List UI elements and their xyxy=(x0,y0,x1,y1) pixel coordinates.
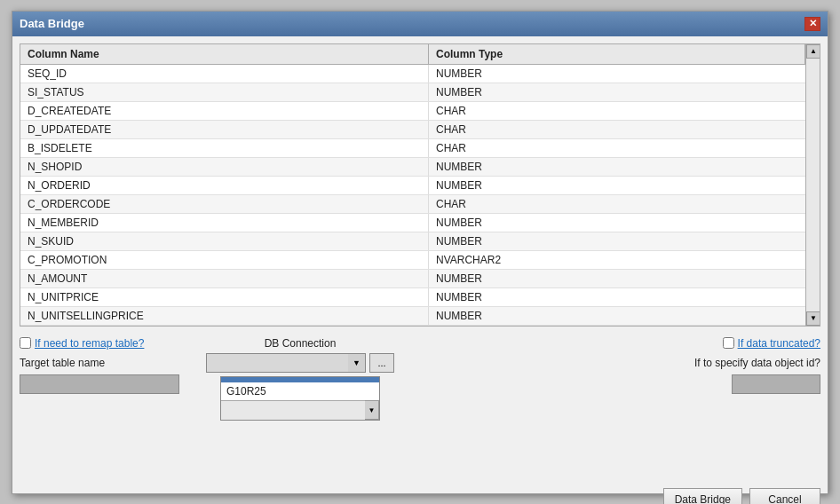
truncated-label[interactable]: If data truncated? xyxy=(738,337,820,350)
cancel-button[interactable]: Cancel xyxy=(749,488,820,505)
dropdown-popup-g10r25[interactable]: G10R25 xyxy=(221,382,379,400)
table-row: SI_STATUS NUMBER xyxy=(20,83,805,102)
cell-name: N_MEMBERID xyxy=(20,214,429,232)
table-row: D_CREATEDATE CHAR xyxy=(20,102,805,121)
cell-name: N_UNITPRICE xyxy=(20,288,429,306)
table-row: N_UNITSELLINGPRICE NUMBER xyxy=(20,307,805,326)
table-row: C_PROMOTION NVARCHAR2 xyxy=(20,251,805,270)
table-row: N_ORDERID NUMBER xyxy=(20,177,805,195)
db-connection-label: DB Connection xyxy=(265,337,337,350)
cell-type: NUMBER xyxy=(429,270,805,287)
cell-name: SI_STATUS xyxy=(20,83,429,101)
cell-type: NUMBER xyxy=(429,214,805,232)
data-bridge-button[interactable]: Data Bridge xyxy=(663,488,742,505)
dropdown-scroll-down[interactable]: ▼ xyxy=(365,400,379,420)
cell-type: NUMBER xyxy=(429,177,805,194)
right-panel: If data truncated? If to specify data ob… xyxy=(661,337,820,394)
cell-type: NVARCHAR2 xyxy=(429,251,805,269)
cell-name: C_ORDERCODE xyxy=(20,195,429,213)
cell-type: CHAR xyxy=(429,121,805,138)
cell-name: N_AMOUNT xyxy=(20,270,429,287)
scroll-track xyxy=(806,59,820,311)
cell-name: N_SHOPID xyxy=(20,158,429,176)
cell-type: CHAR xyxy=(429,102,805,120)
table-scrollbar[interactable]: ▲ ▼ xyxy=(805,44,820,326)
cell-type: NUMBER xyxy=(429,83,805,101)
dialog-title: Data Bridge xyxy=(20,17,84,30)
cell-name: C_PROMOTION xyxy=(20,251,429,269)
cell-type: CHAR xyxy=(429,139,805,157)
dropdown-popup-scrollbar: ▼ xyxy=(221,400,379,420)
table-row: SEQ_ID NUMBER xyxy=(20,65,805,83)
table-row: B_ISDELETE CHAR xyxy=(20,139,805,158)
table-row: N_AMOUNT NUMBER xyxy=(20,270,805,288)
table-header: Column Name Column Type xyxy=(20,44,805,65)
specify-id-input[interactable] xyxy=(732,374,820,394)
browse-button[interactable]: ... xyxy=(369,353,394,373)
data-table: Column Name Column Type SEQ_ID NUMBER SI… xyxy=(20,43,820,327)
scroll-down-arrow[interactable]: ▼ xyxy=(806,311,820,326)
table-row: N_SHOPID NUMBER xyxy=(20,158,805,177)
dropdown-arrow-button[interactable]: ▼ xyxy=(348,353,366,373)
remap-label[interactable]: If need to remap table? xyxy=(35,337,144,350)
cell-name: N_UNITSELLINGPRICE xyxy=(20,307,429,325)
table-body[interactable]: SEQ_ID NUMBER SI_STATUS NUMBER D_CREATED… xyxy=(20,65,805,326)
table-row: N_UNITPRICE NUMBER xyxy=(20,288,805,307)
cell-type: NUMBER xyxy=(429,158,805,176)
cell-name: N_SKUID xyxy=(20,232,429,250)
remap-row: If need to remap table? xyxy=(20,337,197,350)
center-panel: DB Connection ▼ ... G10R25 ▼ xyxy=(206,337,394,421)
cell-type: NUMBER xyxy=(429,307,805,325)
scroll-up-arrow[interactable]: ▲ xyxy=(806,44,820,59)
column-type-header: Column Type xyxy=(429,44,805,64)
cell-type: NUMBER xyxy=(429,288,805,306)
cell-name: SEQ_ID xyxy=(20,65,429,83)
cell-name: D_UPDATEDATE xyxy=(20,121,429,138)
specify-id-label: If to specify data object id? xyxy=(694,357,820,369)
target-table-input[interactable] xyxy=(20,374,179,394)
truncated-row: If data truncated? xyxy=(723,337,820,350)
db-dropdown-row: ▼ ... xyxy=(206,353,394,373)
cell-name: D_CREATEDATE xyxy=(20,102,429,120)
cell-type: NUMBER xyxy=(429,232,805,250)
table-row: D_UPDATEDATE CHAR xyxy=(20,121,805,139)
db-dropdown[interactable] xyxy=(206,353,366,373)
cell-type: NUMBER xyxy=(429,65,805,83)
cell-name: B_ISDELETE xyxy=(20,139,429,157)
close-button[interactable]: ✕ xyxy=(804,17,820,31)
dialog: Data Bridge ✕ Column Name Column Type SE… xyxy=(12,11,828,494)
table-row: C_ORDERCODE CHAR xyxy=(20,195,805,214)
dialog-body: Column Name Column Type SEQ_ID NUMBER SI… xyxy=(12,36,828,505)
db-dropdown-container: ▼ xyxy=(206,353,366,373)
table-row: N_SKUID NUMBER xyxy=(20,232,805,251)
table-row: N_MEMBERID NUMBER xyxy=(20,214,805,232)
truncated-checkbox[interactable] xyxy=(723,337,734,349)
dropdown-popup: G10R25 ▼ xyxy=(220,376,380,421)
left-panel: If need to remap table? Target table nam… xyxy=(20,337,197,394)
title-bar: Data Bridge ✕ xyxy=(12,12,828,36)
bottom-section: If need to remap table? Target table nam… xyxy=(20,334,820,476)
target-table-label: Target table name xyxy=(20,357,197,369)
remap-checkbox[interactable] xyxy=(20,337,31,349)
column-name-header: Column Name xyxy=(20,44,429,64)
cell-name: N_ORDERID xyxy=(20,177,429,194)
cell-type: CHAR xyxy=(429,195,805,213)
bottom-buttons: Data Bridge Cancel xyxy=(20,483,820,505)
